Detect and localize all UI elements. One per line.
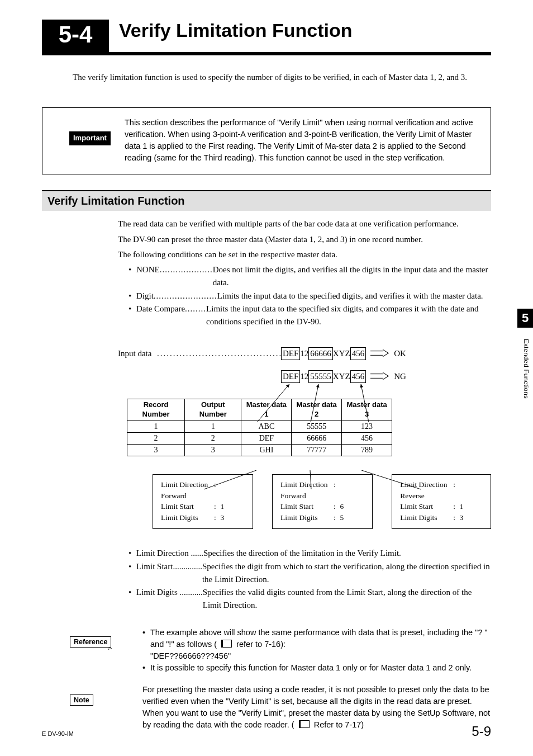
result-ng: NG [394, 372, 406, 381]
seg: 66666 [308, 347, 333, 360]
definition-row: • Limit Direction ...... Specifies the d… [129, 547, 491, 560]
mode-bullet: • Digit........................ Limits t… [129, 290, 491, 303]
side-tab: 5 [517, 309, 533, 328]
def-name: Limit Digits [136, 588, 178, 597]
reference-line: • The example above will show the same p… [142, 627, 491, 662]
td: 3 [185, 445, 241, 456]
limit-value: 3 [220, 513, 224, 522]
td: 66666 [292, 433, 342, 445]
limit-value: 1 [220, 502, 224, 511]
ref-text: It is possible to specify this function … [150, 662, 491, 674]
definition-bullets: • Limit Direction ...... Specifies the d… [129, 547, 491, 612]
td: 3 [127, 445, 185, 456]
def-desc: Specifies the digit from which to start … [202, 560, 491, 587]
td: 2 [127, 433, 185, 445]
seg: 456 [350, 347, 367, 360]
limit-label: Limit Start [161, 501, 214, 512]
body-line-2: The DV-90 can preset the three master da… [118, 233, 491, 246]
mode-desc: Limits the input data to the specified d… [217, 290, 491, 303]
mode-name: Date Compare [136, 304, 185, 313]
svg-line-6 [361, 384, 369, 422]
table-row: 3 3 GHI 77777 789 [127, 445, 392, 456]
sub-heading: Verify Limitation Function [42, 190, 491, 211]
ref-text: The example above will show the same per… [150, 628, 488, 649]
mode-desc: Does not limit the digits, and verifies … [213, 263, 491, 290]
limit-label: Limit Start [400, 501, 453, 512]
diagram: Input data .............................… [118, 347, 491, 529]
book-icon [221, 640, 232, 648]
chapter-rule [42, 52, 491, 55]
footer-doc-id: E DV-90-IM [42, 730, 74, 737]
td: DEF [241, 433, 292, 445]
ref-text: refer to 7-16): [236, 640, 285, 649]
side-tab-label: Extended Functions [523, 339, 530, 399]
footer: E DV-90-IM 5-9 [42, 724, 491, 739]
footer-page-number: 5-9 [472, 724, 491, 739]
body-line-1: The read data can be verified with multi… [118, 218, 491, 230]
limit-label: Limit Digits [280, 512, 334, 523]
limit-label: Limit Digits [161, 512, 214, 523]
limit-label: Limit Start [280, 501, 334, 512]
chapter-header: 5-4 Verify Limitation Function [42, 20, 491, 52]
seg: 12 [300, 349, 308, 358]
def-desc: Specifies the direction of the limitatio… [203, 547, 491, 560]
def-dots: .............. [173, 562, 202, 571]
svg-line-9 [361, 470, 421, 489]
mode-bullet: • Date Compare........ Limits the input … [129, 303, 491, 329]
page: 5-4 Verify Limitation Function The verif… [0, 0, 533, 756]
input-dots: ........................................… [157, 349, 281, 358]
table-row: 2 2 DEF 66666 456 [127, 433, 392, 445]
mode-desc: Limits the input data to the specified s… [206, 303, 491, 329]
intro-text: The verify limitation function is used t… [73, 71, 491, 84]
result-ok: OK [394, 349, 406, 358]
input-line-ok: Input data .............................… [118, 347, 491, 360]
important-text: This section describes the performance o… [125, 117, 483, 164]
def-dots: ........... [180, 588, 203, 597]
body-line-3: The following conditions can be set in t… [118, 248, 491, 261]
important-box: Important This section describes the per… [42, 107, 491, 174]
limit-value: 1 [460, 502, 464, 511]
chapter-title: Verify Limitation Function [119, 20, 352, 41]
seg: XYZ [333, 349, 350, 358]
def-dots: ...... [191, 549, 203, 557]
svg-line-4 [257, 384, 289, 422]
reference-tag: Reference [70, 636, 111, 648]
mode-dots: ........ [185, 304, 206, 313]
td: 2 [185, 433, 241, 445]
th: Record Number [127, 399, 185, 421]
reference-block: Reference ▻ • The example above will sho… [42, 627, 491, 674]
seg: DEF [281, 347, 300, 360]
mode-bullet: • NONE.................... Does not limi… [129, 263, 491, 290]
important-tag: Important [69, 131, 111, 145]
definition-row: • Limit Start.............. Specifies th… [129, 560, 491, 587]
svg-line-5 [311, 384, 318, 422]
mode-bullets: • NONE.................... Does not limi… [129, 263, 491, 328]
definition-row: • Limit Digits ........... Specifies the… [129, 586, 491, 612]
mode-dots: ........................ [154, 291, 217, 300]
body-block: The read data can be verified with multi… [118, 218, 491, 261]
fan-connectors [127, 470, 462, 493]
limit-value: 5 [340, 513, 344, 522]
arrow-icon [370, 349, 389, 358]
mode-dots: .................... [160, 265, 213, 274]
def-name: Limit Direction [136, 549, 189, 557]
note-tag: Note [70, 694, 93, 706]
td: 789 [342, 445, 392, 456]
td: 77777 [292, 445, 342, 456]
td: GHI [241, 445, 292, 456]
td: 1 [127, 421, 185, 433]
limit-value: 3 [460, 513, 464, 522]
reference-arrow-icon: ▻ [108, 645, 112, 651]
mode-name: Digit [136, 291, 154, 300]
mode-name: NONE [136, 265, 160, 274]
svg-line-7 [204, 470, 256, 489]
limit-label: Limit Digits [400, 512, 453, 523]
chapter-number: 5-4 [42, 20, 109, 52]
connector-arrows [227, 380, 394, 430]
td: 456 [342, 433, 392, 445]
def-name: Limit Start [136, 562, 173, 571]
limit-value: 6 [340, 502, 344, 511]
def-desc: Specifies the valid digits counted from … [203, 586, 491, 612]
input-label: Input data [118, 349, 157, 358]
reference-line: • It is possible to specify this functio… [142, 662, 491, 674]
